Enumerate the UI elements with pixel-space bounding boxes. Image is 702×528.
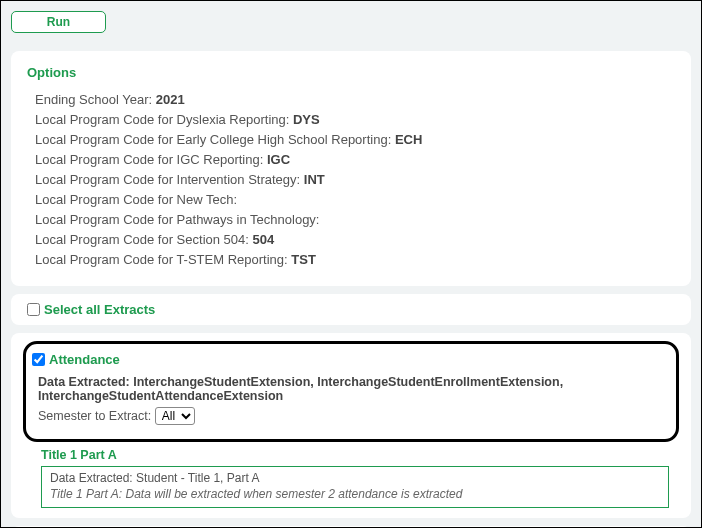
option-row: Local Program Code for IGC Reporting: IG…	[27, 152, 675, 167]
option-row: Ending School Year: 2021	[27, 92, 675, 107]
select-all-checkbox[interactable]	[27, 303, 40, 316]
option-row: Local Program Code for Section 504: 504	[27, 232, 675, 247]
attendance-label: Attendance	[49, 352, 120, 367]
semester-select[interactable]: All	[155, 407, 195, 425]
option-row: Local Program Code for T-STEM Reporting:…	[27, 252, 675, 267]
title1-data-extracted: Data Extracted: Student - Title 1, Part …	[50, 471, 660, 485]
title1-heading: Title 1 Part A	[41, 448, 675, 462]
select-all-label: Select all Extracts	[44, 302, 155, 317]
options-panel: Options Ending School Year: 2021 Local P…	[11, 51, 691, 286]
option-row: Local Program Code for Pathways in Techn…	[27, 212, 675, 227]
option-row: Local Program Code for Intervention Stra…	[27, 172, 675, 187]
option-row: Local Program Code for Early College Hig…	[27, 132, 675, 147]
option-row: Local Program Code for Dyslexia Reportin…	[27, 112, 675, 127]
attendance-checkbox[interactable]	[32, 353, 45, 366]
attendance-panel: Attendance Data Extracted: InterchangeSt…	[11, 333, 691, 518]
attendance-highlight: Attendance Data Extracted: InterchangeSt…	[23, 341, 679, 442]
title1-note: Title 1 Part A: Data will be extracted w…	[50, 487, 660, 501]
run-button[interactable]: Run	[11, 11, 106, 33]
semester-label: Semester to Extract:	[38, 409, 151, 423]
option-row: Local Program Code for New Tech:	[27, 192, 675, 207]
data-extracted-label: Data Extracted:	[38, 375, 130, 389]
options-heading: Options	[27, 65, 675, 80]
select-all-panel: Select all Extracts	[11, 294, 691, 325]
title1-box: Data Extracted: Student - Title 1, Part …	[41, 466, 669, 508]
